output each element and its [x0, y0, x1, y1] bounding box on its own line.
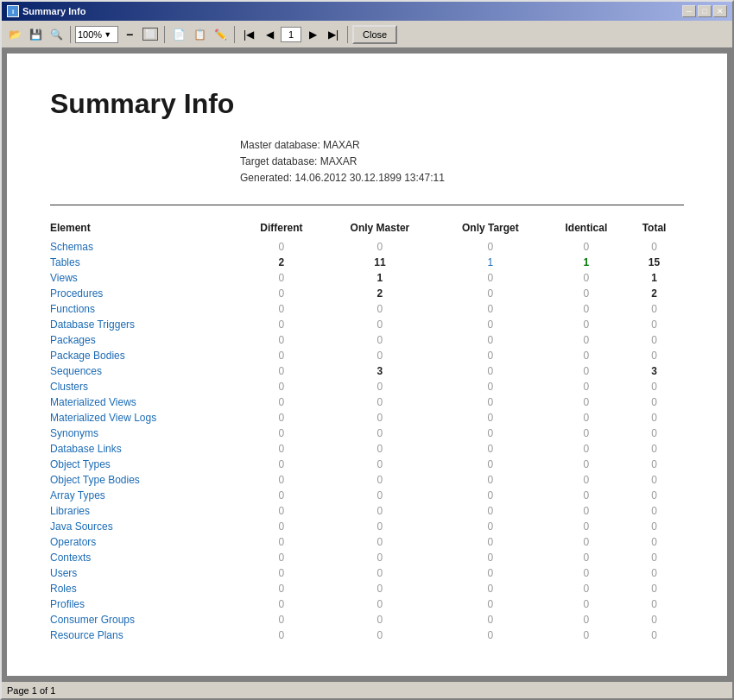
cell-different: 2 [243, 255, 327, 270]
multi-page-button[interactable]: 📋 [190, 25, 209, 44]
next-page-button[interactable]: ▶ [303, 25, 322, 44]
report-title: Summary Info [50, 88, 684, 120]
cell-total: 0 [631, 426, 684, 441]
cell-total: 0 [631, 457, 684, 472]
cell-element-name: Functions [50, 301, 243, 317]
meta-target: Target database: MAXAR [240, 154, 684, 170]
cell-identical: 0 [548, 550, 631, 565]
page-nav: |◀ ◀ ▶ ▶| [239, 25, 343, 44]
col-total: Total [631, 218, 684, 239]
cell-only-master: 3 [327, 363, 440, 379]
cell-only-target: 0 [440, 348, 548, 363]
cell-different: 0 [243, 472, 327, 488]
cell-different: 0 [243, 550, 327, 565]
report-page: Summary Info Master database: MAXAR Targ… [7, 54, 727, 676]
cell-element-name: Object Type Bodies [50, 472, 243, 488]
open-button[interactable]: 📂 [5, 25, 24, 44]
zoom-rect-button[interactable]: ⬜ [141, 25, 160, 44]
cell-only-master: 0 [327, 550, 440, 565]
last-page-button[interactable]: ▶| [324, 25, 343, 44]
cell-element-name: Sequences [50, 363, 243, 379]
cell-only-target: 0 [440, 581, 548, 596]
meta-generated: Generated: 14.06.2012 30.12.1899 13:47:1… [240, 170, 684, 186]
cell-only-target: 0 [440, 472, 548, 488]
prev-page-button[interactable]: ◀ [260, 25, 279, 44]
cell-total: 0 [631, 612, 684, 627]
window-title: Summary Info [22, 6, 85, 16]
cell-identical: 0 [548, 301, 631, 317]
cell-only-master: 0 [327, 519, 440, 534]
table-row: Resource Plans00000 [50, 627, 684, 643]
cell-different: 0 [243, 519, 327, 534]
edit-button[interactable]: ✏️ [211, 25, 230, 44]
table-row: Roles00000 [50, 581, 684, 596]
table-row: Procedures02002 [50, 286, 684, 301]
zoom-out-button[interactable]: − [120, 25, 139, 44]
scroll-container[interactable]: Summary Info Master database: MAXAR Targ… [7, 54, 727, 676]
table-row: Operators00000 [50, 534, 684, 550]
cell-total: 0 [631, 488, 684, 503]
table-row: Schemas00000 [50, 239, 684, 255]
cell-element-name: Libraries [50, 503, 243, 519]
cell-identical: 1 [548, 255, 631, 270]
cell-different: 0 [243, 581, 327, 596]
page-number-input[interactable] [281, 27, 301, 42]
col-element: Element [50, 218, 243, 239]
content-area: Summary Info Master database: MAXAR Targ… [2, 48, 732, 681]
cell-identical: 0 [548, 348, 631, 363]
cell-only-master: 0 [327, 394, 440, 410]
zoom-out-icon: − [126, 28, 133, 41]
find-button[interactable]: 🔍 [47, 25, 66, 44]
table-row: Java Sources00000 [50, 519, 684, 534]
cell-only-target: 0 [440, 301, 548, 317]
cell-total: 1 [631, 270, 684, 286]
cell-identical: 0 [548, 270, 631, 286]
table-row: Package Bodies00000 [50, 348, 684, 363]
cell-only-master: 0 [327, 612, 440, 627]
cell-identical: 0 [548, 332, 631, 348]
cell-element-name: Materialized View Logs [50, 410, 243, 426]
zoom-dropdown-icon[interactable]: ▼ [104, 30, 111, 39]
cell-element-name: Schemas [50, 239, 243, 255]
title-bar: i Summary Info ─ □ ✕ [2, 2, 732, 21]
cell-only-master: 0 [327, 565, 440, 581]
cell-different: 0 [243, 565, 327, 581]
cell-element-name: Synonyms [50, 426, 243, 441]
table-row: Object Type Bodies00000 [50, 472, 684, 488]
col-only-target: Only Target [440, 218, 548, 239]
cell-only-master: 11 [327, 255, 440, 270]
cell-element-name: Clusters [50, 379, 243, 394]
minimize-button[interactable]: ─ [682, 5, 696, 17]
cell-identical: 0 [548, 534, 631, 550]
cell-only-master: 0 [327, 472, 440, 488]
cell-only-target: 0 [440, 519, 548, 534]
title-bar-left: i Summary Info [7, 5, 85, 17]
cell-only-master: 0 [327, 627, 440, 643]
cell-total: 0 [631, 239, 684, 255]
page-layout-button[interactable]: 📄 [169, 25, 188, 44]
maximize-button[interactable]: □ [698, 5, 712, 17]
cell-only-master: 0 [327, 441, 440, 457]
cell-element-name: Packages [50, 332, 243, 348]
cell-different: 0 [243, 332, 327, 348]
cell-element-name: Operators [50, 534, 243, 550]
cell-element-name: Consumer Groups [50, 612, 243, 627]
cell-only-master: 0 [327, 379, 440, 394]
close-button[interactable]: Close [352, 25, 397, 44]
cell-different: 0 [243, 270, 327, 286]
last-page-icon: ▶| [328, 28, 339, 41]
table-row: Views01001 [50, 270, 684, 286]
cell-total: 0 [631, 394, 684, 410]
save-button[interactable]: 💾 [26, 25, 45, 44]
cell-identical: 0 [548, 488, 631, 503]
cell-different: 0 [243, 363, 327, 379]
cell-different: 0 [243, 286, 327, 301]
cell-only-master: 0 [327, 426, 440, 441]
cell-only-master: 0 [327, 488, 440, 503]
cell-only-target: 0 [440, 457, 548, 472]
window-close-button[interactable]: ✕ [713, 5, 727, 17]
table-row: Materialized Views00000 [50, 394, 684, 410]
first-page-button[interactable]: |◀ [239, 25, 258, 44]
cell-identical: 0 [548, 239, 631, 255]
cell-total: 0 [631, 332, 684, 348]
